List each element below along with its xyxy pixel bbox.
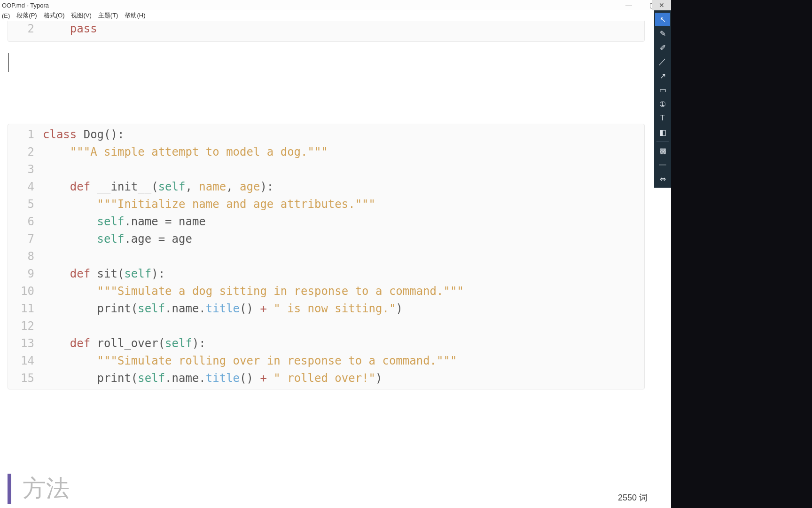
code-line[interactable]: 8	[8, 248, 644, 265]
line-icon[interactable]: ／	[655, 55, 670, 68]
code-content: """Simulate rolling over in response to …	[43, 352, 457, 370]
code-line[interactable]: 3	[8, 161, 644, 178]
toolbar-separator	[656, 141, 669, 142]
code-block-top[interactable]: 2 pass	[8, 21, 645, 42]
cursor-icon[interactable]: ↖	[655, 13, 670, 26]
minus-icon[interactable]: —	[655, 158, 670, 171]
word-count[interactable]: 2550 词	[618, 492, 648, 503]
right-panel	[671, 0, 812, 508]
code-content: """A simple attempt to model a dog."""	[43, 143, 328, 161]
menu-help[interactable]: 帮助(H)	[125, 11, 145, 20]
eraser-icon[interactable]: ◧	[655, 126, 670, 139]
code-line[interactable]: 14 """Simulate rolling over in response …	[8, 352, 644, 370]
code-line[interactable]: 9 def sit(self):	[8, 265, 644, 283]
heading-2[interactable]: 方法	[8, 473, 70, 504]
pen-icon[interactable]: ✎	[655, 27, 670, 40]
line-number: 2	[8, 21, 43, 38]
editor-area[interactable]: 2 pass 1class Dog():2 """A simple attemp…	[0, 21, 652, 508]
line-number: 12	[8, 318, 43, 335]
code-line[interactable]: 4 def __init__(self, name, age):	[8, 178, 644, 196]
code-content: class Dog():	[43, 126, 124, 143]
line-number: 5	[8, 196, 43, 213]
code-line[interactable]: 5 """Initialize name and age attributes.…	[8, 196, 644, 213]
line-number: 15	[8, 370, 43, 387]
code-line[interactable]: 12	[8, 318, 644, 335]
line-number: 3	[8, 161, 43, 178]
code-line[interactable]: 2 pass	[8, 21, 644, 38]
code-line[interactable]: 6 self.name = name	[8, 213, 644, 230]
menu-paragraph[interactable]: 段落(P)	[16, 11, 37, 20]
menu-theme[interactable]: 主题(T)	[98, 11, 118, 20]
menu-view[interactable]: 视图(V)	[71, 11, 91, 20]
line-number: 10	[8, 283, 43, 300]
line-number: 4	[8, 178, 43, 196]
resize-icon[interactable]: ⇔	[655, 172, 670, 185]
code-line[interactable]: 2 """A simple attempt to model a dog."""	[8, 143, 644, 161]
code-content: pass	[43, 21, 97, 38]
minimize-button[interactable]: —	[624, 1, 633, 9]
heading-bar	[8, 474, 11, 504]
code-content: """Simulate a dog sitting in response to…	[43, 283, 464, 300]
code-content: """Initialize name and age attributes.""…	[43, 196, 375, 213]
code-block-main[interactable]: 1class Dog():2 """A simple attempt to mo…	[8, 124, 645, 389]
text-caret	[8, 53, 652, 72]
code-content: def __init__(self, name, age):	[43, 178, 273, 196]
line-number: 7	[8, 230, 43, 248]
code-content: print(self.name.title() + " is now sitti…	[43, 300, 403, 318]
code-content: print(self.name.title() + " rolled over!…	[43, 370, 383, 387]
code-content: self.name = name	[43, 213, 206, 230]
code-line[interactable]: 11 print(self.name.title() + " is now si…	[8, 300, 644, 318]
code-content: self.age = age	[43, 230, 192, 248]
code-line[interactable]: 10 """Simulate a dog sitting in response…	[8, 283, 644, 300]
code-content: def roll_over(self):	[43, 335, 206, 352]
close-button[interactable]: ✕	[652, 0, 671, 10]
menu-edit[interactable]: (E)	[2, 12, 10, 19]
code-line[interactable]: 13 def roll_over(self):	[8, 335, 644, 352]
line-number: 11	[8, 300, 43, 318]
code-line[interactable]: 15 print(self.name.title() + " rolled ov…	[8, 370, 644, 387]
text-icon[interactable]: T	[655, 111, 670, 125]
line-number: 9	[8, 265, 43, 283]
line-number: 6	[8, 213, 43, 230]
code-line[interactable]: 7 self.age = age	[8, 230, 644, 248]
heading-text: 方法	[23, 473, 70, 504]
menu-format[interactable]: 格式(O)	[44, 11, 65, 20]
blur-icon[interactable]: ▩	[655, 144, 670, 157]
arrow-icon[interactable]: ↗	[655, 69, 670, 82]
annotation-toolbar: ↖✎✐／↗▭①T◧▩—⇔	[654, 10, 671, 188]
code-content: def sit(self):	[43, 265, 165, 283]
number-icon[interactable]: ①	[655, 97, 670, 111]
line-number: 8	[8, 248, 43, 265]
line-number: 13	[8, 335, 43, 352]
window-title: OOP.md - Typora	[2, 2, 49, 9]
rect-icon[interactable]: ▭	[655, 83, 670, 96]
line-number: 1	[8, 126, 43, 143]
line-number: 14	[8, 352, 43, 370]
highlighter-icon[interactable]: ✐	[655, 41, 670, 54]
line-number: 2	[8, 143, 43, 161]
code-line[interactable]: 1class Dog():	[8, 126, 644, 143]
